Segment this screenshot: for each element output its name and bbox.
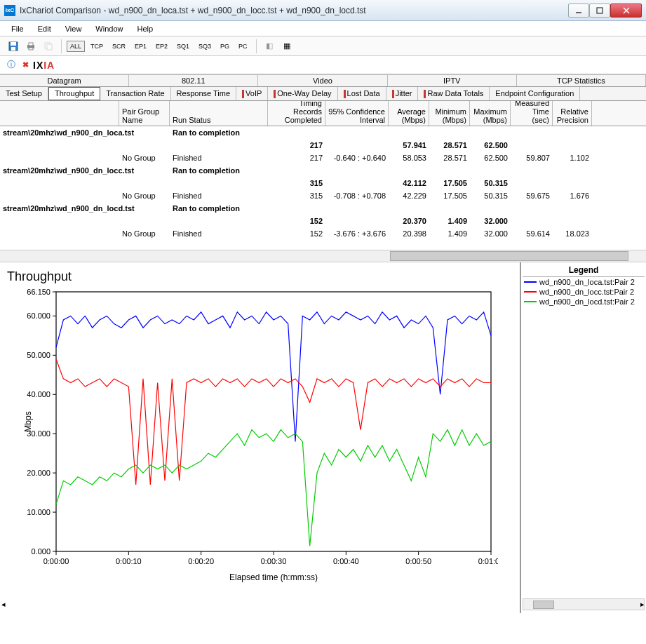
info-icon[interactable]: ⓘ (7, 59, 15, 71)
svg-text:0:00:20: 0:00:20 (188, 557, 214, 565)
results-table: Pair Group NameRun StatusTiming Records … (0, 101, 646, 262)
svg-text:0:01:00: 0:01:00 (478, 557, 498, 565)
table-row: No GroupFinished217-0.640 : +0.64058.053… (0, 152, 646, 164)
svg-text:Mbps: Mbps (23, 411, 33, 431)
table-cell: 17.505 (429, 179, 470, 187)
legend-scrollbar[interactable]: ◂ ▸ (523, 598, 645, 610)
column-header[interactable]: Pair Group Name (119, 101, 170, 126)
category-tab[interactable]: TCP Statistics (517, 74, 646, 86)
maximize-button[interactable] (589, 4, 610, 18)
table-cell: 315 (268, 192, 325, 200)
view-tab[interactable]: Response Time (171, 87, 236, 100)
column-header[interactable]: Measured Time (sec) (511, 101, 553, 126)
column-header[interactable] (0, 101, 119, 126)
legend-item[interactable]: wd_n900_dn_locd.tst:Pair 2 (523, 297, 645, 307)
table-cell: 1.676 (553, 192, 592, 200)
menu-file[interactable]: File (6, 23, 29, 34)
chart-panel: Throughput 0.00010.00020.00030.00040.000… (0, 262, 521, 613)
table-cell: 32.000 (470, 217, 511, 225)
column-header[interactable]: Timing Records Completed (268, 101, 325, 126)
menu-help[interactable]: Help (131, 23, 159, 34)
minimize-button[interactable] (568, 4, 589, 18)
legend-item[interactable]: wd_n900_dn_locc.tst:Pair 2 (523, 287, 645, 297)
svg-text:0:00:40: 0:00:40 (333, 557, 359, 565)
svg-text:Elapsed time (h:mm:ss): Elapsed time (h:mm:ss) (229, 572, 318, 582)
svg-rect-11 (47, 44, 52, 50)
chart-title: Throughput (7, 269, 513, 284)
column-header[interactable]: Minimum (Mbps) (429, 101, 470, 126)
svg-rect-1 (597, 8, 603, 13)
table-cell: 42.229 (389, 192, 429, 200)
category-tab[interactable]: Video (258, 74, 387, 86)
table-cell: stream\20mhz\wd_n900_dn_loca.tst (0, 128, 119, 137)
legend-label: wd_n900_dn_locc.tst:Pair 2 (539, 288, 634, 296)
table-cell: 17.505 (429, 192, 470, 200)
filter-pc[interactable]: PC (235, 41, 251, 52)
menu-window[interactable]: Window (90, 23, 128, 34)
view-tab[interactable]: Test Setup (0, 87, 48, 100)
filter-ep1[interactable]: EP1 (131, 41, 150, 52)
svg-text:10.000: 10.000 (27, 508, 51, 516)
print-button[interactable] (23, 39, 39, 54)
view-tab[interactable]: Throughput (48, 87, 100, 100)
table-cell: No Group (119, 229, 170, 238)
view-tab[interactable]: Endpoint Configuration (490, 87, 580, 100)
svg-rect-9 (29, 48, 33, 50)
view-tab[interactable]: Jitter (386, 87, 419, 100)
filter-ep2[interactable]: EP2 (152, 41, 171, 52)
table-cell: 217 (268, 141, 325, 149)
view-tab[interactable]: VoIP (236, 87, 268, 100)
view-tab[interactable]: Raw Data Totals (418, 87, 490, 100)
svg-text:0:00:50: 0:00:50 (405, 557, 431, 565)
table-cell: 1.409 (429, 217, 470, 225)
toolbar: ALL TCP SCR EP1 EP2 SQ1 SQ3 PG PC ◧ ▦ (0, 36, 646, 56)
table-cell: Ran to completion (170, 204, 268, 213)
table-header-row: Pair Group NameRun StatusTiming Records … (0, 101, 646, 126)
svg-rect-6 (11, 47, 15, 51)
table-row: stream\20mhz\wd_n900_dn_locd.tstRan to c… (0, 202, 646, 215)
filter-sq3[interactable]: SQ3 (195, 41, 215, 52)
column-header[interactable]: Relative Precision (553, 101, 592, 126)
svg-rect-8 (29, 43, 33, 46)
legend-title: Legend (523, 265, 645, 277)
filter-sq1[interactable]: SQ1 (173, 41, 193, 52)
svg-rect-5 (11, 42, 16, 46)
view-tab[interactable]: Transaction Rate (100, 87, 170, 100)
horizontal-scrollbar[interactable] (0, 250, 646, 262)
save-button[interactable] (6, 39, 21, 54)
scrollbar-thumb[interactable] (390, 251, 628, 261)
column-header[interactable]: Maximum (Mbps) (470, 101, 511, 126)
legend-swatch (524, 301, 537, 302)
column-header[interactable]: Run Status (170, 101, 268, 126)
view-tab[interactable]: Lost Data (338, 87, 386, 100)
table-row: No GroupFinished152-3.676 : +3.67620.398… (0, 227, 646, 240)
filter-tcp[interactable]: TCP (87, 41, 107, 52)
legend-item[interactable]: wd_n900_dn_loca.tst:Pair 2 (523, 277, 645, 287)
tool-icon-2[interactable]: ▦ (279, 39, 295, 54)
column-header[interactable]: Average (Mbps) (389, 101, 429, 126)
column-header[interactable]: 95% Confidence Interval (325, 101, 389, 126)
scrollbar-thumb[interactable] (533, 601, 554, 609)
filter-scr[interactable]: SCR (109, 41, 129, 52)
category-tab[interactable]: IPTV (388, 74, 517, 86)
close-button[interactable] (610, 4, 642, 18)
svg-text:0:00:10: 0:00:10 (116, 557, 142, 565)
brand-logo: IXIA (33, 60, 55, 71)
menu-view[interactable]: View (60, 23, 88, 34)
menu-edit[interactable]: Edit (32, 23, 57, 34)
table-cell: 217 (268, 154, 325, 162)
category-tab[interactable]: Datagram (0, 74, 129, 86)
window-titlebar: IxC IxChariot Comparison - wd_n900_dn_lo… (0, 0, 646, 21)
svg-text:50.000: 50.000 (27, 351, 51, 359)
category-tab[interactable]: 802.11 (129, 74, 258, 86)
filter-pg[interactable]: PG (217, 41, 233, 52)
legend-swatch (524, 291, 537, 293)
table-cell: 1.409 (429, 229, 470, 238)
table-cell: stream\20mhz\wd_n900_dn_locd.tst (0, 204, 119, 213)
legend-label: wd_n900_dn_locd.tst:Pair 2 (539, 297, 635, 306)
legend-swatch (524, 281, 537, 283)
brand-close-icon[interactable]: ✖ (22, 60, 29, 69)
filter-all[interactable]: ALL (67, 41, 85, 52)
svg-text:0.000: 0.000 (31, 547, 51, 556)
view-tab[interactable]: One-Way Delay (268, 87, 337, 100)
